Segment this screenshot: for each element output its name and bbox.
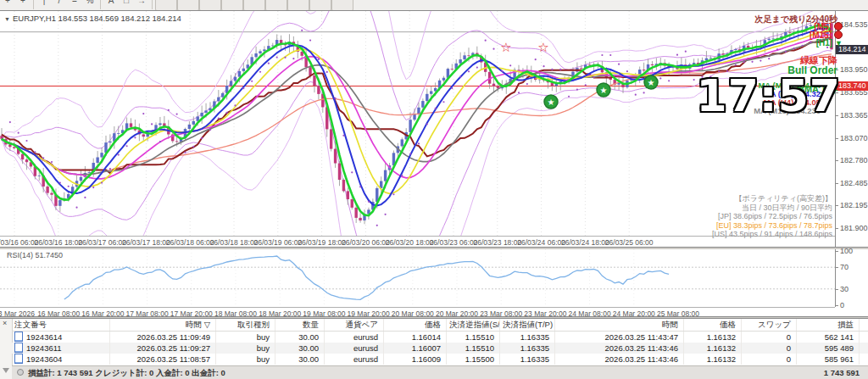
table-row[interactable]: 192436142026.03.25 11:09:49buy30.00eurus… xyxy=(12,332,868,343)
table-cell: 562 141 xyxy=(797,332,860,343)
status-dot-icon xyxy=(17,369,24,376)
column-header[interactable]: 取引種別 xyxy=(216,319,275,331)
main-time-axis[interactable]: 26/03/16 06:0026/03/16 18:0026/03/17 06:… xyxy=(0,236,835,248)
column-header[interactable]: スワップ xyxy=(742,319,797,331)
table-row[interactable]: 192436112026.03.25 11:09:27buy30.00eurus… xyxy=(12,343,868,354)
time-axis-label: 26/03/25 06:00 xyxy=(605,238,654,247)
time-axis-label: 26/03/17 18:00 xyxy=(122,238,170,247)
table-cell: eurusd xyxy=(325,354,384,365)
cursor-icon[interactable]: + xyxy=(0,0,15,9)
table-cell: 1.16335 xyxy=(500,332,555,343)
time-axis-label: 26/03/24 06:00 xyxy=(517,238,565,247)
price-axis-label: 183.365 xyxy=(840,111,868,120)
rsi-pane[interactable]: RSI(14) 51.7450 10070300 xyxy=(0,249,868,307)
volatility-row: [US] 43.5pips / 91.4pips / 148.6pips xyxy=(712,230,832,239)
column-header[interactable]: 決済逆指値(S/L) xyxy=(447,319,500,331)
table-cell: 1.16009 xyxy=(384,354,447,365)
sell-signal-star-icon: ☆ xyxy=(537,40,548,55)
order-document-icon xyxy=(14,332,23,342)
time-axis-label: 26/03/19 06:00 xyxy=(253,238,302,247)
rsi-scale-label: 70 xyxy=(840,263,849,271)
order-document-icon xyxy=(14,343,23,353)
table-cell: 0 xyxy=(742,332,797,343)
table-cell: 2026.03.25 11:43:47 xyxy=(555,332,684,343)
time-axis-label: 26/03/16 06:00 xyxy=(0,238,38,247)
column-header[interactable]: 時間 ▽ xyxy=(110,319,216,331)
time-axis-label: 26/03/19 18:00 xyxy=(298,238,346,247)
table-cell: 1.15510 xyxy=(447,332,500,343)
price-axis-label: 182.195 xyxy=(840,201,868,209)
table-cell: 1.16132 xyxy=(684,354,742,365)
table-cell: 1.16014 xyxy=(384,332,447,343)
time-axis-label: 26/03/17 06:00 xyxy=(78,238,126,247)
toolbar-separator xyxy=(100,0,101,9)
time-axis-label: 26/03/23 18:00 xyxy=(473,238,521,247)
scroll-down-icon[interactable] xyxy=(3,368,9,373)
timeframe-signal-list: [M5][M15][H1]▼ xyxy=(810,22,843,47)
toolbar-separator xyxy=(152,0,153,9)
table-cell: 2026.03.25 11:09:27 xyxy=(110,343,216,354)
clock-overlay: 17:57 xyxy=(696,72,841,120)
terminal-panel: × 注文番号時間 ▽取引種別数量通貨ペア価格決済逆指値(S/L)決済指値(T/P… xyxy=(0,318,868,379)
time-axis-label: 26/03/16 18:00 xyxy=(34,238,82,247)
column-header[interactable]: 決済指値(T/P) xyxy=(500,319,555,331)
table-cell: 2026.03.25 11:43:46 xyxy=(555,354,684,365)
table-cell: 19243604 xyxy=(12,354,110,365)
order-document-icon xyxy=(14,354,23,364)
vertical-line-icon[interactable]: | xyxy=(36,0,52,9)
column-header[interactable]: 時間 xyxy=(555,319,684,331)
volatility-title: 【ボラティリティ(高安差)】 xyxy=(712,194,832,203)
table-cell: 1.16132 xyxy=(684,332,742,343)
table-cell: buy xyxy=(216,354,275,365)
crosshair-icon[interactable]: + xyxy=(15,0,31,9)
volatility-row: [EU] 38.3pips / 73.6pips / 78.7pips xyxy=(712,221,832,231)
text-icon[interactable]: A xyxy=(103,0,119,9)
column-header[interactable]: 通貨ペア xyxy=(325,319,384,331)
time-axis-label: 26/03/18 18:00 xyxy=(210,238,259,247)
price-axis-label: 182.485 xyxy=(840,179,868,187)
terminal-side-strip: × xyxy=(0,319,13,379)
summary-text: 損益計: 1 743 591 クレジット計: 0 入金計: 0 出金計: 0 xyxy=(28,368,225,377)
table-cell: 2026.03.25 11:09:49 xyxy=(110,332,216,343)
time-axis-label: 26/03/20 06:00 xyxy=(342,238,390,247)
chevron-down-icon[interactable]: ▼ xyxy=(4,16,10,22)
table-cell: 19243611 xyxy=(12,343,110,354)
symbol-ohlc-label: ▼EURJPY,H1 184.553 184.569 184.212 184.2… xyxy=(4,14,181,23)
volatility-panel: 【ボラティリティ(高安差)】当日 / 30日平均 / 90日平均[JP] 38.… xyxy=(712,194,832,239)
table-cell: eurusd xyxy=(325,343,384,354)
price-axis-label: 184.535 xyxy=(840,20,868,29)
table-cell: 1.16335 xyxy=(500,354,555,365)
orders-table: 注文番号時間 ▽取引種別数量通貨ペア価格決済逆指値(S/L)決済指値(T/P)時… xyxy=(12,319,868,365)
equidistant-channel-icon[interactable]: = xyxy=(67,0,82,9)
time-axis-label: 26/03/20 18:00 xyxy=(386,238,434,247)
trading-platform-window: ++|/=%A□→ ☆☆★★★ ▼EURJPY,H1 184.553 184.5… xyxy=(0,0,868,379)
arrow-icon[interactable]: → xyxy=(134,0,149,9)
main-chart-pane[interactable]: ☆☆★★★ ▼EURJPY,H1 184.553 184.569 184.212… xyxy=(0,10,868,248)
timeframe-signal: [H1]▼ xyxy=(810,39,843,47)
buy-signal-star-icon: ★ xyxy=(544,95,558,109)
column-header[interactable]: 損益 xyxy=(797,319,860,331)
rsi-scale-label: 30 xyxy=(840,285,849,293)
table-cell: 2026.03.25 11:43:46 xyxy=(555,343,684,354)
account-summary-bar: 損益計: 1 743 591 クレジット計: 0 入金計: 0 出金計: 0 1… xyxy=(12,365,868,379)
down-arrow-icon: ▼ xyxy=(835,39,843,47)
column-header[interactable]: 価格 xyxy=(684,319,742,331)
label-icon[interactable]: □ xyxy=(119,0,134,9)
table-cell: 0 xyxy=(742,343,797,354)
table-cell: buy xyxy=(216,332,275,343)
trendline-icon[interactable]: / xyxy=(52,0,67,9)
fibonacci-icon[interactable]: % xyxy=(82,0,97,9)
timeframe-signal: [M5] xyxy=(810,22,843,31)
table-cell: 1.16132 xyxy=(684,343,742,354)
rsi-scale-label: 0 xyxy=(840,301,844,309)
rsi-scale-label: 100 xyxy=(840,247,853,255)
price-axis-label: 182.780 xyxy=(840,156,868,164)
volatility-row: [JP] 38.6pips / 72.5pips / 76.5pips xyxy=(712,212,832,221)
column-header[interactable]: 価格 xyxy=(384,319,447,331)
column-header[interactable]: 注文番号 xyxy=(12,319,110,331)
table-row[interactable]: 192436042026.03.25 11:08:57buy30.00eurus… xyxy=(12,354,868,365)
column-header[interactable]: 数量 xyxy=(275,319,325,331)
rsi-canvas[interactable] xyxy=(0,249,835,307)
close-icon[interactable]: × xyxy=(3,320,7,327)
main-chart-canvas[interactable]: ☆☆★★★ xyxy=(0,11,835,236)
